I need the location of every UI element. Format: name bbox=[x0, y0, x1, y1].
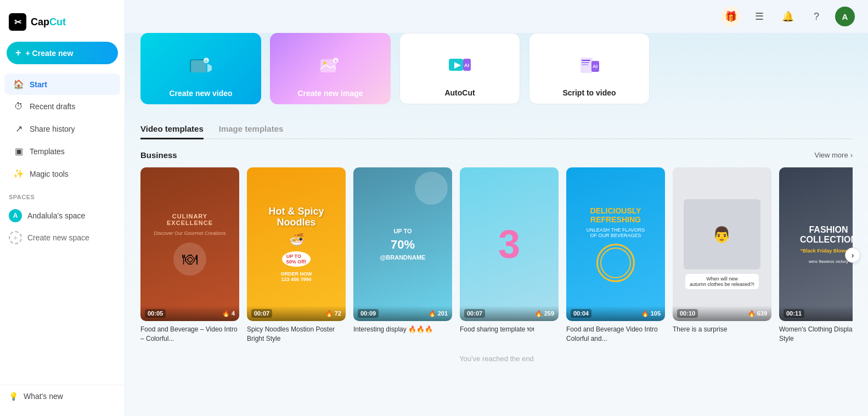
main-area: 🎁 ☰ 🔔 ? A + Create new video bbox=[125, 0, 868, 416]
script-to-video-card[interactable]: AI Script to video bbox=[529, 33, 650, 104]
sidebar: ✂ CapCut + + Create new 🏠 Start ⏱ Recent… bbox=[0, 0, 125, 416]
svg-text:AI: AI bbox=[593, 64, 598, 69]
template-card-1[interactable]: CULINARYEXCELLENCE Discover Our Gourmet … bbox=[140, 167, 239, 344]
notification-icon[interactable]: 🔔 bbox=[778, 7, 798, 26]
create-video-card[interactable]: + Create new video bbox=[140, 33, 261, 104]
fire-icon-6: 🔥 bbox=[748, 310, 756, 317]
sidebar-item-templates[interactable]: ▣ Templates bbox=[4, 140, 120, 162]
sidebar-bottom: 💡 What's new bbox=[0, 385, 125, 407]
template-name-6: There is a surprise bbox=[673, 325, 771, 334]
carousel-next-button[interactable]: › bbox=[845, 248, 860, 263]
svg-rect-16 bbox=[582, 64, 588, 65]
fire-icon-2: 🔥 bbox=[325, 310, 333, 317]
menu-icon[interactable]: ☰ bbox=[749, 7, 769, 26]
create-image-card[interactable]: + Create new image bbox=[270, 33, 391, 104]
likes-6: 🔥 639 bbox=[748, 310, 767, 317]
template-thumb-1: CULINARYEXCELLENCE Discover Our Gourmet … bbox=[140, 167, 239, 321]
template-name-7: Women's Clothing Display In UI Style bbox=[779, 325, 853, 344]
business-section-header: Business View more › bbox=[140, 150, 853, 160]
template-thumb-3: UP TO 70% @BRANDNAME 00:09 🔥 201 bbox=[353, 167, 452, 321]
autocut-icon: AI bbox=[444, 52, 475, 83]
plus-icon: + bbox=[15, 47, 21, 59]
template-card-3[interactable]: UP TO 70% @BRANDNAME 00:09 🔥 201 bbox=[353, 167, 452, 344]
clock-icon: ⏱ bbox=[13, 102, 24, 111]
create-image-label: Create new image bbox=[297, 83, 363, 104]
view-more-button[interactable]: View more › bbox=[814, 151, 853, 159]
svg-rect-14 bbox=[582, 60, 590, 61]
whats-new-button[interactable]: 💡 What's new bbox=[9, 392, 116, 401]
gift-icon[interactable]: 🎁 bbox=[721, 7, 741, 26]
sidebar-item-recent-label: Recent drafts bbox=[30, 102, 75, 111]
fire-icon-5: 🔥 bbox=[641, 310, 649, 317]
duration-7: 00:11 bbox=[784, 309, 804, 318]
create-new-label: + Create new bbox=[26, 49, 74, 58]
template-card-2[interactable]: Hot & SpicyNoodles 🍜 UP TO50% Off! ORDER… bbox=[247, 167, 346, 344]
sidebar-item-share[interactable]: ↗ Share history bbox=[4, 118, 120, 139]
logo-icon: ✂ bbox=[9, 13, 26, 31]
topbar: 🎁 ☰ 🔔 ? A bbox=[125, 0, 868, 33]
sidebar-item-recent[interactable]: ⏱ Recent drafts bbox=[4, 96, 120, 117]
template-card-5[interactable]: DELICIOUSLYREFRESHING UNLEASH THE FLAVOR… bbox=[566, 167, 665, 344]
likes-1: 🔥 4 bbox=[222, 310, 235, 317]
whats-new-label: What's new bbox=[24, 392, 63, 401]
template-thumb-4: 3 00:07 🔥 259 bbox=[460, 167, 559, 321]
fire-icon-1: 🔥 bbox=[222, 310, 230, 317]
template-card-6[interactable]: 👨 When will newautumn clothes be release… bbox=[673, 167, 771, 344]
create-space-label: Create new space bbox=[27, 233, 89, 242]
autocut-card[interactable]: AI AutoCut bbox=[399, 33, 520, 104]
user-avatar[interactable]: A bbox=[835, 7, 855, 26]
template-icon: ▣ bbox=[13, 146, 24, 156]
template-card-4[interactable]: 3 00:07 🔥 259 Food sharing template 🍽 bbox=[460, 167, 559, 344]
template-row-wrapper: CULINARYEXCELLENCE Discover Our Gourmet … bbox=[140, 167, 853, 344]
fire-icon-4: 🔥 bbox=[535, 310, 543, 317]
spaces-label: Spaces bbox=[0, 185, 125, 205]
create-video-label: Create new video bbox=[169, 83, 232, 104]
sidebar-item-share-label: Share history bbox=[30, 125, 75, 133]
magic-icon: ✨ bbox=[13, 168, 24, 179]
svg-text:AI: AI bbox=[464, 63, 469, 68]
template-thumb-2: Hot & SpicyNoodles 🍜 UP TO50% Off! ORDER… bbox=[247, 167, 346, 321]
create-new-button[interactable]: + + Create new bbox=[7, 42, 118, 64]
svg-text:+: + bbox=[205, 59, 208, 64]
template-row: CULINARYEXCELLENCE Discover Our Gourmet … bbox=[140, 167, 853, 344]
business-title: Business bbox=[140, 150, 177, 160]
likes-5: 🔥 105 bbox=[641, 310, 661, 317]
sidebar-item-templates-label: Templates bbox=[30, 147, 65, 156]
quick-actions: + Create new video + Create new image bbox=[140, 33, 853, 104]
duration-1: 00:05 bbox=[145, 309, 166, 318]
likes-2: 🔥 72 bbox=[325, 310, 341, 317]
template-thumb-5: DELICIOUSLYREFRESHING UNLEASH THE FLAVOR… bbox=[566, 167, 665, 321]
tab-video-templates[interactable]: Video templates bbox=[140, 120, 204, 139]
svg-marker-2 bbox=[207, 64, 212, 72]
likes-4: 🔥 259 bbox=[535, 310, 554, 317]
share-icon: ↗ bbox=[13, 123, 24, 134]
content-area: + Create new video + Create new image bbox=[125, 33, 868, 416]
duration-6: 00:10 bbox=[677, 309, 698, 318]
template-name-3: Interesting display 🔥🔥🔥 bbox=[353, 325, 452, 334]
svg-rect-1 bbox=[191, 60, 206, 72]
tab-image-templates[interactable]: Image templates bbox=[219, 120, 284, 139]
template-card-7[interactable]: FASHIONCOLLECTION "Black Friday Blowout!… bbox=[779, 167, 853, 344]
duration-2: 00:07 bbox=[251, 309, 272, 318]
logo-area: ✂ CapCut bbox=[0, 9, 125, 42]
likes-3: 🔥 201 bbox=[429, 310, 448, 317]
video-card-icon: + bbox=[185, 53, 216, 83]
space-avatar: A bbox=[9, 209, 22, 222]
tabs-row: Video templates Image templates bbox=[140, 120, 853, 139]
create-new-space-button[interactable]: + Create new space bbox=[0, 227, 125, 249]
space-item-andalula[interactable]: A Andalula's space bbox=[0, 205, 125, 227]
help-icon[interactable]: ? bbox=[807, 7, 826, 26]
sidebar-item-magic-label: Magic tools bbox=[30, 170, 69, 178]
template-name-4: Food sharing template 🍽 bbox=[460, 325, 559, 334]
end-text: You've reached the end bbox=[140, 344, 853, 365]
template-name-1: Food and Beverage – Video Intro – Colorf… bbox=[140, 325, 239, 344]
sidebar-item-magic[interactable]: ✨ Magic tools bbox=[4, 163, 120, 184]
sidebar-item-start-label: Start bbox=[30, 80, 47, 89]
chevron-right-icon: › bbox=[850, 151, 853, 159]
fire-icon-3: 🔥 bbox=[429, 310, 436, 317]
script-icon: AI bbox=[574, 52, 605, 83]
space-name: Andalula's space bbox=[27, 211, 85, 220]
sidebar-item-start[interactable]: 🏠 Start bbox=[4, 74, 120, 95]
script-label: Script to video bbox=[562, 83, 616, 104]
duration-5: 00:04 bbox=[571, 309, 591, 318]
